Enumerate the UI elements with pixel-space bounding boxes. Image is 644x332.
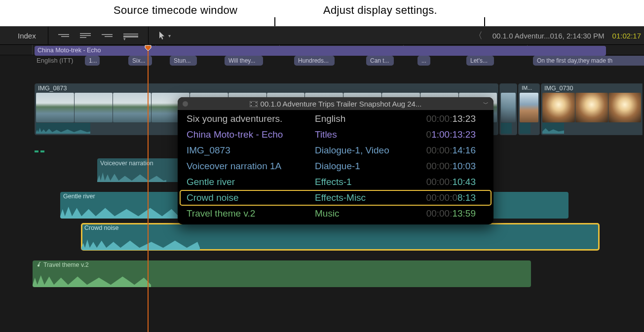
video-clip[interactable]: IM... [518,83,540,135]
caption-clip[interactable]: Hundreds... [294,56,335,66]
tc-row[interactable]: China Moto-trek - EchoTitles01:00:13:23 [180,127,492,143]
audio-clip-crowd-noise[interactable]: Crowd noise [81,223,599,250]
tc-role: Dialogue-1, Video [315,145,407,156]
timeline-window: Index ▾ ▾ 〈 00.1.0 Adventur...016, 2:14:… [0,26,644,332]
index-button[interactable]: Index [0,27,48,44]
tc-role: Effects-1 [315,177,407,187]
svg-rect-5 [251,102,252,103]
tc-timecode: 00:00:10:43 [407,177,476,187]
source-timecode-window[interactable]: 00.1.0 Adventure Trips Trailer Snapshot … [178,97,493,224]
svg-rect-2 [520,123,530,134]
tc-row[interactable]: Voiceover narration 1ADialogue-100:00:10… [180,158,492,174]
tc-clip-name: Gentle river [187,177,315,187]
insert-tools-group: ▾ [48,32,148,39]
caption-lane: English (ITT) 1... Six... Stun... Will t… [0,55,644,68]
svg-rect-6 [251,105,252,106]
tc-row[interactable]: IMG_0873Dialogue-1, Video00:00:14:16 [180,143,492,158]
caption-language-label: English (ITT) [37,57,73,64]
tc-row[interactable]: Gentle riverEffects-100:00:10:43 [180,174,492,190]
tc-clip-name: IMG_0873 [187,145,315,156]
tc-role: Effects-Misc [315,192,407,203]
tc-clip-name: Six young adventurers. [187,113,315,124]
edit-marker [35,150,38,152]
film-icon [250,101,258,107]
annotation-area: Source timecode window Adjust display se… [0,0,644,26]
caption-clip[interactable]: Stun... [170,56,197,66]
pointer-icon [158,31,165,40]
tc-window-titlebar[interactable]: 00.1.0 Adventure Trips Trailer Snapshot … [178,97,493,110]
tc-clip-name: Crowd noise [187,192,315,203]
tc-row[interactable]: Six young adventurers.English00:00:13:23 [180,111,492,127]
append-clip-icon[interactable] [102,32,113,39]
annotation-source-tc: Source timecode window [114,4,237,17]
tc-clip-name: China Moto-trek - Echo [187,129,315,140]
caption-clip[interactable]: On the first day,they made th [533,56,644,66]
close-button[interactable] [183,101,188,107]
master-timecode[interactable]: 01:02:17 [612,32,641,40]
video-clip[interactable] [499,83,517,135]
caption-clip[interactable]: Let's... [466,56,494,66]
project-title[interactable]: 00.1.0 Adventur...016, 2:14:30 PM [492,32,605,40]
tc-timecode: 00:00:14:16 [407,145,476,156]
tc-window-body: Six young adventurers.English00:00:13:23… [178,110,493,224]
timeline-back-button[interactable]: 〈 [474,30,485,41]
tc-role: English [315,113,407,124]
music-clip-travel-theme[interactable]: Travel theme v.2 [33,260,531,287]
caption-clip[interactable]: ... [417,56,430,66]
overwrite-clip-icon[interactable]: ▾ [123,32,138,39]
insert-clip-icon[interactable] [80,32,91,39]
tc-role: Music [315,208,407,219]
tc-row[interactable]: Crowd noiseEffects-Misc00:00:08:13 [180,190,492,206]
tc-row[interactable]: Travel theme v.2Music00:00:13:59 [180,206,492,221]
svg-rect-4 [250,101,258,107]
audio-waveform [33,269,151,287]
connect-clip-icon[interactable] [58,32,69,39]
timeline-toolbar: Index ▾ ▾ 〈 00.1.0 Adventur...016, 2:14:… [0,26,644,45]
edit-marker [40,150,44,152]
tool-select-menu[interactable]: ▾ [158,31,171,40]
caption-clip[interactable]: Six... [128,56,152,66]
audio-waveform [81,232,200,250]
caption-clip[interactable]: Will they... [225,56,263,66]
title-clip[interactable]: China Moto-trek - Echo [35,46,606,56]
tc-timecode: 00:00:13:59 [407,208,476,219]
tc-clip-name: Voiceover narration 1A [187,161,315,172]
tc-timecode: 00:00:13:23 [407,113,476,124]
svg-rect-8 [256,105,257,106]
tc-role: Dialogue-1 [315,161,407,172]
tc-timecode: 01:00:13:23 [407,129,476,140]
tc-clip-name: Travel theme v.2 [187,208,315,219]
audio-waveform [97,168,166,182]
tc-role: Titles [315,129,407,140]
display-settings-button[interactable]: ﹀ [483,100,489,108]
caption-clip[interactable]: 1... [85,56,100,66]
audio-waveform [36,123,90,134]
svg-rect-7 [256,102,257,103]
tc-timecode: 00:00:10:03 [407,161,476,172]
annotation-display-settings: Adjust display settings. [323,4,437,17]
svg-rect-1 [501,123,512,134]
music-note-icon [36,261,41,267]
caption-clip[interactable]: Can t... [366,56,394,66]
audio-waveform [60,201,179,219]
tc-timecode: 00:00:08:13 [407,192,476,203]
video-clip[interactable]: IMG_0730 [541,83,643,135]
